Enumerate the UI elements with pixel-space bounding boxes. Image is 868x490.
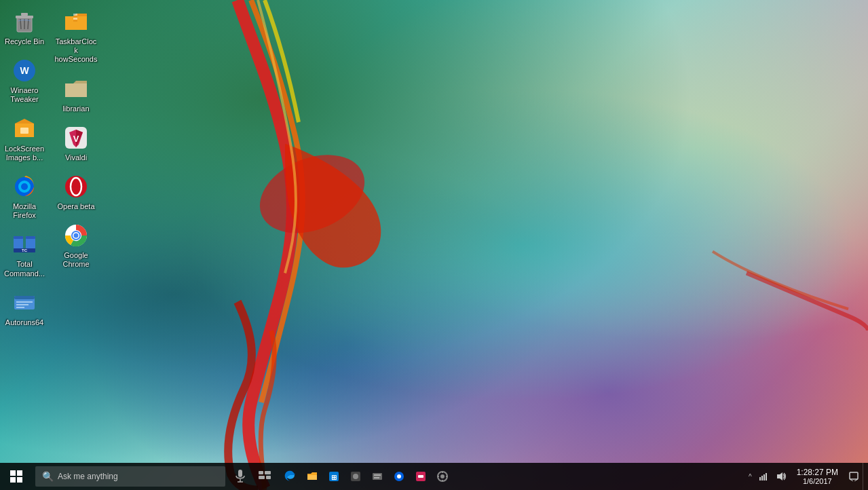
total-commander-label: Total Command... bbox=[3, 260, 46, 278]
desktop-icon-autoruns[interactable]: Autoruns64 bbox=[0, 286, 49, 330]
autoruns-icon bbox=[11, 289, 38, 316]
desktop-icon-firefox[interactable]: Mozilla Firefox bbox=[0, 170, 49, 223]
clock-date: 1/6/2017 bbox=[803, 477, 832, 485]
svg-rect-41 bbox=[265, 471, 271, 474]
desktop-icon-winaero[interactable]: W Winaero Tweaker bbox=[0, 54, 49, 107]
lockscreen-icon bbox=[11, 115, 38, 143]
taskbar-app4-button[interactable] bbox=[345, 463, 366, 490]
svg-rect-49 bbox=[374, 474, 381, 476]
svg-rect-66 bbox=[850, 472, 858, 479]
recycle-bin-icon bbox=[11, 8, 38, 35]
svg-point-0 bbox=[250, 140, 375, 247]
search-placeholder-text: Ask me anything bbox=[58, 472, 118, 481]
svg-rect-43 bbox=[266, 476, 271, 479]
svg-text:V: V bbox=[73, 134, 79, 144]
svg-rect-3 bbox=[21, 13, 28, 16]
autoruns-label: Autoruns64 bbox=[5, 318, 43, 327]
microphone-button[interactable] bbox=[229, 466, 251, 487]
svg-text:W: W bbox=[20, 65, 29, 76]
start-button[interactable] bbox=[0, 463, 33, 490]
chrome-label: Google Chrome bbox=[54, 251, 98, 269]
desktop-icon-chrome[interactable]: Google Chrome bbox=[52, 219, 100, 271]
pinned-apps: ⊞ bbox=[280, 463, 453, 490]
clock-display[interactable]: 1:28:27 PM 1/6/2017 bbox=[790, 463, 845, 490]
recycle-bin-label: Recycle Bin bbox=[5, 37, 44, 46]
vivaldi-label: Vivaldi bbox=[65, 153, 87, 162]
system-tray: ^ 1:28:27 PM 1/6/2017 bbox=[746, 463, 868, 490]
desktop-icon-vivaldi[interactable]: V Vivaldi bbox=[52, 121, 100, 165]
librarian-label: librarian bbox=[62, 105, 89, 113]
svg-rect-33 bbox=[10, 470, 16, 476]
svg-rect-48 bbox=[373, 473, 382, 480]
chrome-icon bbox=[62, 222, 90, 249]
svg-rect-59 bbox=[437, 476, 439, 477]
wallpaper-svg bbox=[0, 0, 868, 490]
winaero-icon: W bbox=[11, 57, 38, 84]
opera-icon bbox=[62, 173, 90, 200]
taskbarclock-label: TaskbarClock howSeconds bbox=[54, 37, 98, 64]
search-bar[interactable]: 🔍 Ask me anything bbox=[35, 466, 225, 487]
svg-point-27 bbox=[65, 176, 87, 197]
svg-rect-2 bbox=[16, 16, 33, 18]
tray-volume-icon[interactable] bbox=[772, 463, 790, 490]
svg-rect-40 bbox=[259, 471, 263, 474]
desktop-wallpaper bbox=[0, 0, 868, 490]
svg-rect-58 bbox=[442, 480, 443, 482]
desktop-icon-taskbarclock[interactable]: TaskbarClock howSeconds bbox=[52, 5, 100, 67]
desktop-icon-recycle-bin[interactable]: Recycle Bin bbox=[0, 5, 49, 49]
taskbar-explorer-button[interactable] bbox=[301, 463, 323, 490]
svg-rect-6 bbox=[20, 128, 29, 134]
svg-rect-20 bbox=[16, 307, 24, 308]
svg-point-32 bbox=[74, 233, 79, 238]
taskbar-store-button[interactable]: ⊞ bbox=[323, 463, 345, 490]
tray-notification-button[interactable] bbox=[845, 463, 863, 490]
svg-rect-57 bbox=[442, 471, 443, 473]
svg-text:⊞: ⊞ bbox=[331, 474, 337, 481]
firefox-icon bbox=[11, 173, 38, 200]
search-icon: 🔍 bbox=[42, 471, 54, 482]
svg-rect-37 bbox=[238, 470, 242, 477]
show-desktop-button[interactable] bbox=[863, 463, 868, 490]
taskbarclock-icon bbox=[62, 8, 90, 35]
svg-point-47 bbox=[353, 474, 358, 479]
desktop-icon-librarian[interactable]: librarian bbox=[52, 73, 100, 116]
svg-rect-60 bbox=[446, 476, 448, 477]
svg-text:TC: TC bbox=[22, 248, 28, 252]
librarian-icon bbox=[62, 75, 90, 102]
total-commander-icon: TC bbox=[11, 231, 38, 258]
task-view-button[interactable] bbox=[254, 466, 276, 487]
svg-point-56 bbox=[440, 474, 445, 478]
svg-rect-13 bbox=[26, 236, 35, 239]
svg-rect-17 bbox=[14, 296, 35, 299]
taskbar-settings-button[interactable] bbox=[432, 463, 453, 490]
svg-rect-42 bbox=[259, 476, 265, 479]
svg-rect-18 bbox=[16, 301, 33, 303]
taskbar-edge-button[interactable] bbox=[280, 463, 301, 490]
svg-rect-11 bbox=[14, 236, 23, 239]
tray-expand-button[interactable]: ^ bbox=[746, 473, 755, 480]
svg-rect-62 bbox=[761, 476, 763, 480]
svg-rect-63 bbox=[763, 474, 765, 480]
svg-rect-36 bbox=[17, 477, 22, 483]
tray-network-icon[interactable] bbox=[755, 463, 772, 490]
svg-rect-23 bbox=[73, 18, 77, 20]
svg-rect-24 bbox=[73, 20, 77, 22]
svg-point-9 bbox=[21, 183, 28, 190]
taskbar-app5-button[interactable] bbox=[366, 463, 388, 490]
taskbar-app7-button[interactable] bbox=[410, 463, 432, 490]
desktop-icon-lockscreen[interactable]: LockScreen Images b... bbox=[0, 113, 49, 165]
firefox-label: Mozilla Firefox bbox=[3, 202, 46, 220]
svg-rect-50 bbox=[374, 477, 379, 478]
svg-rect-61 bbox=[759, 477, 761, 480]
taskbar-app6-button[interactable] bbox=[388, 463, 410, 490]
svg-rect-64 bbox=[766, 473, 767, 480]
clock-time: 1:28:27 PM bbox=[797, 468, 838, 477]
svg-rect-54 bbox=[418, 475, 423, 478]
desktop-icon-total-commander[interactable]: TC Total Command... bbox=[0, 228, 49, 280]
desktop-icon-opera[interactable]: Opera beta bbox=[52, 170, 100, 214]
svg-rect-19 bbox=[16, 304, 29, 305]
svg-rect-21 bbox=[73, 14, 77, 16]
svg-point-52 bbox=[397, 474, 401, 478]
svg-rect-34 bbox=[17, 470, 22, 476]
winaero-label: Winaero Tweaker bbox=[3, 86, 46, 104]
